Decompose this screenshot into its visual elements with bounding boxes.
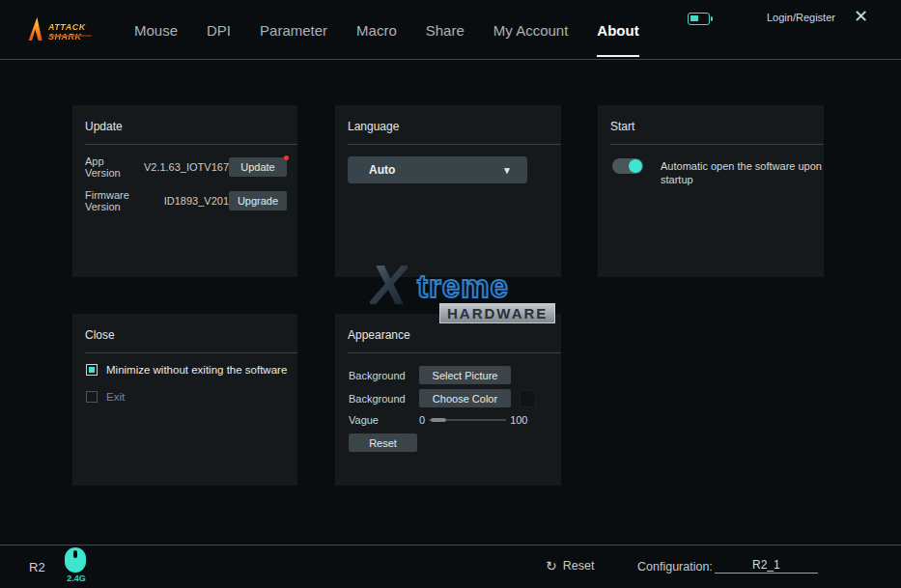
minimize-checkbox[interactable]: [86, 364, 98, 376]
upgrade-button[interactable]: Upgrade: [229, 191, 287, 210]
panel-title: Close: [85, 328, 115, 342]
select-picture-button[interactable]: Select Picture: [419, 366, 511, 384]
minimize-option[interactable]: Minimize without exiting the software: [86, 364, 287, 376]
tab-parameter[interactable]: Parameter: [258, 16, 329, 44]
exit-label: Exit: [106, 391, 125, 403]
main-nav: Mouse DPI Parameter Macro Share My Accou…: [132, 0, 641, 60]
close-panel: Close Minimize without exiting the softw…: [72, 314, 297, 486]
divider: [85, 144, 297, 145]
brand-name: ATTACK SHARK: [48, 22, 110, 42]
background-color-row: Background Choose Color: [349, 389, 551, 407]
update-panel: Update App Version V2.1.63_IOTV167 Updat…: [72, 105, 297, 277]
autostart-label: Automatic open the software upon startup: [661, 159, 823, 186]
app-window: ATTACK SHARK Mouse DPI Parameter Macro S…: [0, 0, 901, 588]
panel-title: Start: [610, 120, 634, 133]
reset-button[interactable]: ↻ Reset: [546, 559, 594, 573]
logo-tagline-bar: [49, 35, 92, 37]
update-button[interactable]: Update: [229, 157, 287, 177]
appearance-reset-button[interactable]: Reset: [349, 434, 417, 452]
configuration-label: Configuration:: [637, 560, 713, 574]
language-panel: Language Auto ▼: [335, 105, 561, 277]
login-register-link[interactable]: Login/Register: [767, 12, 835, 23]
vague-slider-row: Vague 0 100: [349, 414, 551, 426]
close-icon[interactable]: ✕: [854, 8, 868, 25]
tab-dpi[interactable]: DPI: [205, 16, 233, 44]
app-version-row: App Version V2.1.63_IOTV167 Update: [85, 157, 287, 177]
language-selected-value: Auto: [369, 163, 395, 177]
update-notification-dot: [284, 155, 289, 160]
device-name: R2: [29, 560, 45, 574]
minimize-label: Minimize without exiting the software: [106, 364, 287, 376]
battery-fill: [690, 15, 698, 21]
mouse-icon[interactable]: [65, 547, 86, 573]
tab-about[interactable]: About: [595, 16, 640, 44]
battery-icon: [688, 13, 710, 25]
app-version-value: V2.1.63_IOTV167: [144, 161, 229, 173]
divider: [348, 352, 561, 353]
configuration-group: Configuration: R2_1: [637, 558, 818, 574]
exit-option[interactable]: Exit: [86, 391, 125, 403]
vague-label: Vague: [349, 414, 419, 426]
background-label: Background: [349, 370, 419, 381]
background-label: Background: [349, 393, 419, 405]
chevron-down-icon: ▼: [502, 165, 512, 176]
panel-title: Appearance: [348, 328, 410, 342]
firmware-version-label: Firmware Version: [85, 189, 155, 212]
divider: [85, 352, 297, 353]
panel-title: Update: [85, 120, 123, 133]
app-version-label: App Version: [85, 155, 135, 179]
autostart-toggle[interactable]: [612, 158, 643, 174]
refresh-icon: ↻: [546, 559, 557, 573]
slider-min-value: 0: [419, 414, 425, 426]
choose-color-button[interactable]: Choose Color: [419, 389, 511, 407]
configuration-input[interactable]: R2_1: [715, 558, 818, 574]
divider: [610, 144, 824, 145]
slider-thumb[interactable]: [431, 418, 446, 422]
attack-shark-logo: ATTACK SHARK: [27, 14, 110, 46]
tab-my-account[interactable]: My Account: [492, 16, 571, 44]
toggle-knob: [629, 159, 642, 173]
exit-checkbox[interactable]: [86, 391, 98, 403]
reset-label: Reset: [563, 559, 595, 573]
background-picture-row: Background Select Picture: [349, 366, 551, 384]
shark-fin-icon: [27, 17, 46, 41]
battery-nub: [711, 16, 714, 21]
connection-mode-label: 2.4G: [64, 574, 89, 583]
appearance-panel: Appearance Background Select Picture Bac…: [335, 314, 561, 486]
slider-max-value: 100: [510, 414, 527, 426]
vague-slider[interactable]: [429, 416, 506, 424]
footer: R2 2.4G ↻ Reset Configuration: R2_1: [0, 545, 901, 588]
start-panel: Start Automatic open the software upon s…: [598, 105, 824, 277]
firmware-version-value: ID1893_V201: [164, 195, 229, 207]
header: ATTACK SHARK Mouse DPI Parameter Macro S…: [0, 0, 901, 60]
color-swatch[interactable]: [520, 390, 536, 407]
tab-share[interactable]: Share: [424, 16, 466, 44]
panel-title: Language: [348, 120, 399, 133]
tab-mouse[interactable]: Mouse: [132, 16, 180, 44]
language-dropdown[interactable]: Auto ▼: [348, 156, 527, 183]
divider: [348, 144, 561, 145]
tab-macro[interactable]: Macro: [354, 16, 399, 44]
firmware-version-row: Firmware Version ID1893_V201 Upgrade: [85, 191, 287, 210]
